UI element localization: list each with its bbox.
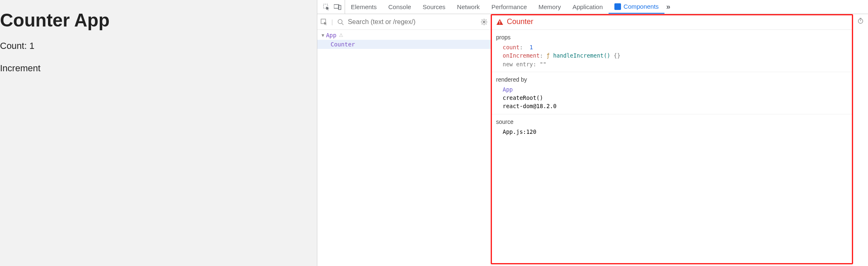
- section-source-label: source: [496, 118, 848, 125]
- svg-line-5: [342, 23, 343, 25]
- prop-row-newentry[interactable]: new entry: "": [496, 60, 848, 68]
- svg-rect-15: [499, 21, 500, 23]
- react-logo-icon: [614, 3, 621, 10]
- section-props-label: props: [496, 34, 848, 41]
- svg-line-14: [486, 19, 487, 20]
- tree-toolbar: |: [317, 14, 491, 30]
- tab-elements[interactable]: Elements: [345, 0, 383, 14]
- app-preview-pane: Counter App Count: 1 Increment: [0, 0, 317, 266]
- tab-memory[interactable]: Memory: [533, 0, 567, 14]
- svg-point-4: [338, 19, 342, 24]
- section-rendered-by: rendered by App createRoot() react-dom@1…: [491, 72, 853, 114]
- caret-down-icon: ▼: [321, 33, 325, 38]
- details-header: Counter: [491, 14, 853, 30]
- component-tree-column: | ▼ App ⚠ Counter: [317, 14, 491, 266]
- svg-line-12: [486, 23, 487, 24]
- svg-point-6: [483, 21, 485, 22]
- prop-key: count: [503, 44, 520, 51]
- svg-rect-16: [499, 23, 500, 24]
- tree-node-label: Counter: [331, 41, 355, 48]
- tab-components[interactable]: Components: [609, 0, 664, 14]
- tab-network[interactable]: Network: [451, 0, 486, 14]
- inspect-element-icon[interactable]: [323, 4, 330, 10]
- select-element-icon[interactable]: [321, 19, 327, 25]
- app-title: Counter App: [0, 10, 317, 31]
- device-toolbar-icon[interactable]: [334, 4, 341, 10]
- search-input[interactable]: [348, 18, 477, 26]
- search-icon: [337, 19, 344, 25]
- tab-application[interactable]: Application: [567, 0, 609, 14]
- details-body: props count: 1 onIncrement: ƒ handleIncr…: [491, 30, 853, 266]
- source-file[interactable]: App.js:120: [496, 128, 848, 136]
- tab-components-label: Components: [623, 3, 659, 10]
- tree-node-app[interactable]: ▼ App ⚠: [317, 31, 491, 40]
- function-name: handleIncrement(): [553, 52, 610, 59]
- rendered-by-app-link[interactable]: App: [503, 86, 513, 93]
- tree-node-label: App: [326, 32, 336, 39]
- section-rendered-by-label: rendered by: [496, 76, 848, 83]
- increment-button[interactable]: Increment: [0, 63, 317, 74]
- warning-icon: [496, 18, 504, 26]
- section-source: source App.js:120: [491, 114, 853, 139]
- rendered-by-reactdom: react-dom@18.2.0: [496, 102, 848, 110]
- rendered-by-createroot: createRoot(): [496, 94, 848, 102]
- prop-row-count[interactable]: count: 1: [496, 43, 848, 51]
- component-details-column: Counter props count: 1 onIncrement: ƒ ha…: [491, 14, 853, 266]
- function-symbol: ƒ: [547, 52, 550, 59]
- count-value: 1: [29, 41, 34, 51]
- tab-sources[interactable]: Sources: [417, 0, 451, 14]
- count-line: Count: 1: [0, 41, 317, 51]
- svg-line-13: [482, 23, 483, 24]
- prop-value: 1: [530, 44, 533, 51]
- devtools-panel: Elements Console Sources Network Perform…: [317, 0, 868, 266]
- count-label: Count:: [0, 41, 27, 51]
- tab-console[interactable]: Console: [383, 0, 417, 14]
- svg-line-11: [482, 19, 483, 20]
- details-right-gutter: [853, 14, 868, 266]
- timer-icon[interactable]: [857, 17, 864, 24]
- prop-value: "": [540, 61, 546, 68]
- component-tree: ▼ App ⚠ Counter: [317, 30, 491, 266]
- prop-key: onIncrement: [503, 52, 540, 59]
- braces: {}: [614, 52, 620, 59]
- warning-icon: ⚠: [339, 32, 343, 38]
- tabs-overflow-button[interactable]: »: [664, 2, 672, 11]
- details-title: Counter: [507, 17, 533, 26]
- section-props: props count: 1 onIncrement: ƒ handleIncr…: [491, 30, 853, 72]
- settings-gear-icon[interactable]: [481, 19, 487, 25]
- devtools-tabstrip: Elements Console Sources Network Perform…: [317, 0, 868, 14]
- prop-row-onincrement[interactable]: onIncrement: ƒ handleIncrement() {}: [496, 51, 848, 60]
- svg-rect-1: [334, 5, 339, 8]
- tab-performance[interactable]: Performance: [486, 0, 533, 14]
- prop-key: new entry: [503, 61, 533, 68]
- components-panel-body: | ▼ App ⚠ Counter: [317, 14, 868, 266]
- tree-node-counter[interactable]: Counter: [317, 40, 491, 49]
